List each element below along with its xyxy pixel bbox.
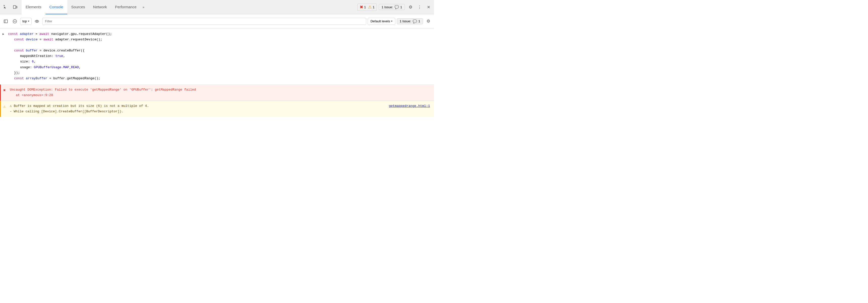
warn-line-1: ⚠ Buffer is mapped at creation but its s… xyxy=(10,104,149,108)
console-gear-icon: ⚙ xyxy=(427,19,430,24)
settings-icon-btn[interactable]: ⚙ xyxy=(407,3,414,10)
code-block: ▶ const adapter = await navigator.gpu.re… xyxy=(0,28,434,85)
code-line-6: size: 6, xyxy=(8,59,430,64)
tab-network[interactable]: Network xyxy=(89,0,111,14)
issue-count: 1 xyxy=(400,5,402,9)
tab-sources[interactable]: Sources xyxy=(67,0,89,14)
error-icon: ✖ xyxy=(3,87,6,94)
close-devtools-btn[interactable]: ✕ xyxy=(425,3,432,10)
svg-rect-3 xyxy=(4,20,7,23)
chevron-down-icon: ▾ xyxy=(28,20,29,23)
console-settings-btn[interactable]: ⚙ xyxy=(425,18,432,25)
gear-icon: ⚙ xyxy=(409,4,412,10)
toolbar-info-icon: 💬 xyxy=(413,19,417,23)
sidebar-toggle-btn[interactable] xyxy=(2,18,9,25)
code-line-7: usage: GPUBufferUsage.MAP_READ, xyxy=(8,65,430,70)
code-line-9: const arrayBuffer = buffer.getMappedRang… xyxy=(8,76,430,81)
sidebar-icon xyxy=(3,19,8,24)
clear-icon xyxy=(12,19,17,24)
code-line-8: }); xyxy=(8,70,430,76)
svg-rect-1 xyxy=(13,5,16,8)
toolbar-issue-count: 1 xyxy=(418,19,420,23)
svg-point-8 xyxy=(36,21,38,22)
close-icon: ✕ xyxy=(427,5,430,9)
levels-chevron-icon: ▾ xyxy=(391,20,393,23)
issue-label: 1 Issue: xyxy=(381,5,393,9)
warn-count: 1 xyxy=(373,5,374,9)
console-content: ▶ const adapter = await navigator.gpu.re… xyxy=(0,28,434,152)
error-warn-badge-group[interactable]: ✖ 1 ⚠ 1 xyxy=(358,3,377,11)
eye-btn[interactable] xyxy=(33,18,41,25)
eye-icon xyxy=(35,19,39,24)
warn-text: ⚠ Buffer is mapped at creation but its s… xyxy=(10,103,384,114)
more-vert-icon: ⋮ xyxy=(417,4,422,10)
warn-triangle-icon: ⚠ xyxy=(368,4,372,10)
filter-input[interactable] xyxy=(42,18,366,25)
error-message: Uncaught DOMException: Failed to execute… xyxy=(10,88,196,92)
clear-console-btn[interactable] xyxy=(11,18,19,25)
warn-line-2: - While calling [Device].CreateBuffer([B… xyxy=(10,110,123,113)
tab-elements[interactable]: Elements xyxy=(22,0,45,14)
error-count: 1 xyxy=(364,5,366,9)
code-line-4: const buffer = device.createBuffer({ xyxy=(8,48,430,54)
default-levels-selector[interactable]: Default levels ▾ xyxy=(368,18,395,25)
toolbar-issue-badge[interactable]: 1 Issue: 💬 1 xyxy=(397,18,423,24)
svg-rect-2 xyxy=(16,6,17,8)
tab-console[interactable]: Console xyxy=(45,0,67,14)
console-toolbar: top ▾ Default levels ▾ 1 Issue: 💬 1 ⚙ xyxy=(0,14,434,28)
issue-badge[interactable]: 1 Issue: 💬 1 xyxy=(379,4,405,10)
tab-bar: Elements Console Sources Network Perform… xyxy=(0,0,434,14)
svg-rect-0 xyxy=(4,5,4,6)
device-icon xyxy=(13,5,17,9)
warn-row: ⚠ ⚠ Buffer is mapped at creation but its… xyxy=(0,101,434,117)
more-tabs-btn[interactable]: » xyxy=(141,0,147,14)
inspect-icon-btn[interactable] xyxy=(2,3,9,10)
inspect-cursor-icon xyxy=(3,5,8,9)
code-line-2: const device = await adapter.requestDevi… xyxy=(8,37,430,42)
code-line-5: mappedAtCreation: true, xyxy=(8,54,430,59)
tab-performance[interactable]: Performance xyxy=(111,0,141,14)
expand-arrow-icon[interactable]: ▶ xyxy=(2,32,4,37)
more-options-btn[interactable]: ⋮ xyxy=(416,3,423,10)
devtools-icons xyxy=(2,3,19,10)
device-toggle-btn[interactable] xyxy=(11,3,19,10)
code-line-blank xyxy=(8,42,430,48)
info-icon: 💬 xyxy=(395,5,399,9)
error-location: at <anonymous>:9:28 xyxy=(10,93,430,98)
error-row: ✖ Uncaught DOMException: Failed to execu… xyxy=(0,85,434,101)
context-selector[interactable]: top ▾ xyxy=(20,18,32,25)
default-levels-label: Default levels xyxy=(370,19,390,23)
tab-bar-right: ✖ 1 ⚠ 1 1 Issue: 💬 1 ⚙ ⋮ ✕ xyxy=(358,3,432,11)
error-circle-icon: ✖ xyxy=(360,4,363,10)
warn-triangle-icon: ⚠ xyxy=(3,104,5,110)
warn-link[interactable]: getmappedrange.html:1 xyxy=(389,103,430,109)
code-line-1: const adapter = await navigator.gpu.requ… xyxy=(8,31,430,37)
toolbar-issue-label: 1 Issue: xyxy=(400,19,411,23)
context-label: top xyxy=(22,19,27,23)
